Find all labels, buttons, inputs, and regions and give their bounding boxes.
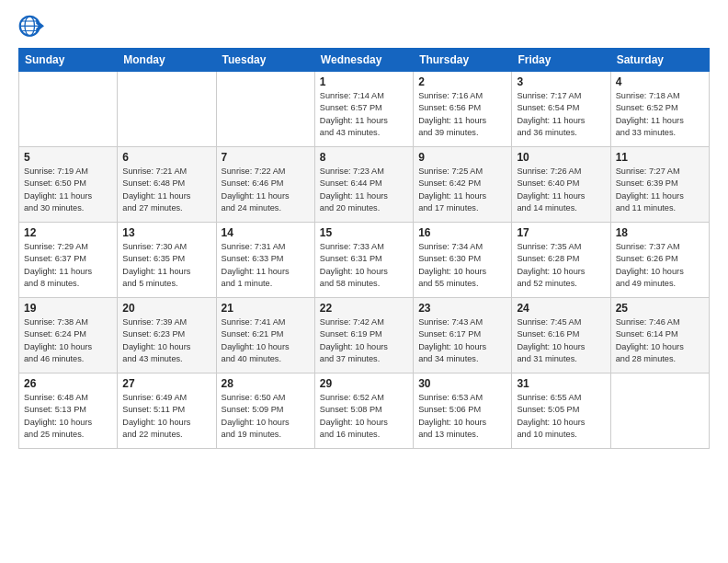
day-number: 23: [418, 302, 506, 315]
day-info: Sunrise: 6:52 AM Sunset: 5:08 PM Dayligh…: [320, 392, 408, 441]
day-number: 27: [122, 377, 210, 390]
header: [18, 15, 710, 40]
calendar-cell: 20Sunrise: 7:39 AM Sunset: 6:23 PM Dayli…: [118, 298, 216, 373]
calendar-table: SundayMondayTuesdayWednesdayThursdayFrid…: [18, 48, 710, 449]
calendar-week-5: 26Sunrise: 6:48 AM Sunset: 5:13 PM Dayli…: [19, 373, 710, 449]
day-number: 21: [222, 302, 310, 315]
day-number: 2: [418, 75, 506, 88]
day-number: 6: [122, 151, 210, 164]
day-number: 26: [24, 377, 112, 390]
calendar-cell: 2Sunrise: 7:16 AM Sunset: 6:56 PM Daylig…: [414, 72, 512, 147]
day-info: Sunrise: 7:27 AM Sunset: 6:39 PM Dayligh…: [616, 166, 704, 214]
day-info: Sunrise: 6:55 AM Sunset: 5:05 PM Dayligh…: [517, 392, 605, 441]
calendar-cell: 21Sunrise: 7:41 AM Sunset: 6:21 PM Dayli…: [216, 298, 314, 373]
page: SundayMondayTuesdayWednesdayThursdayFrid…: [0, 0, 728, 563]
day-info: Sunrise: 7:42 AM Sunset: 6:19 PM Dayligh…: [320, 316, 408, 365]
day-info: Sunrise: 7:35 AM Sunset: 6:28 PM Dayligh…: [517, 241, 605, 290]
day-info: Sunrise: 7:41 AM Sunset: 6:21 PM Dayligh…: [222, 316, 310, 365]
weekday-header-friday: Friday: [512, 49, 610, 72]
day-number: 19: [24, 302, 112, 315]
day-info: Sunrise: 7:17 AM Sunset: 6:54 PM Dayligh…: [517, 90, 605, 139]
day-info: Sunrise: 7:33 AM Sunset: 6:31 PM Dayligh…: [320, 241, 408, 290]
day-info: Sunrise: 7:22 AM Sunset: 6:46 PM Dayligh…: [222, 166, 310, 214]
day-number: 31: [517, 377, 605, 390]
day-info: Sunrise: 6:48 AM Sunset: 5:13 PM Dayligh…: [24, 392, 112, 441]
calendar-cell: [610, 373, 709, 449]
day-info: Sunrise: 7:18 AM Sunset: 6:52 PM Dayligh…: [616, 90, 704, 139]
day-info: Sunrise: 7:37 AM Sunset: 6:26 PM Dayligh…: [616, 241, 704, 290]
calendar-cell: 8Sunrise: 7:23 AM Sunset: 6:44 PM Daylig…: [314, 147, 413, 223]
day-info: Sunrise: 7:16 AM Sunset: 6:56 PM Dayligh…: [418, 90, 506, 139]
calendar-week-1: 1Sunrise: 7:14 AM Sunset: 6:57 PM Daylig…: [19, 72, 710, 147]
calendar-cell: 15Sunrise: 7:33 AM Sunset: 6:31 PM Dayli…: [314, 223, 413, 298]
day-info: Sunrise: 7:14 AM Sunset: 6:57 PM Dayligh…: [320, 90, 408, 139]
calendar-cell: [118, 72, 216, 147]
calendar-week-4: 19Sunrise: 7:38 AM Sunset: 6:24 PM Dayli…: [19, 298, 710, 373]
day-number: 30: [418, 377, 506, 390]
day-number: 12: [24, 226, 112, 239]
calendar-cell: 29Sunrise: 6:52 AM Sunset: 5:08 PM Dayli…: [314, 373, 413, 449]
day-info: Sunrise: 7:46 AM Sunset: 6:14 PM Dayligh…: [616, 316, 704, 365]
weekday-header-sunday: Sunday: [19, 49, 118, 72]
day-number: 7: [222, 151, 310, 164]
calendar-week-2: 5Sunrise: 7:19 AM Sunset: 6:50 PM Daylig…: [19, 147, 710, 223]
day-number: 17: [517, 226, 605, 239]
calendar-cell: 7Sunrise: 7:22 AM Sunset: 6:46 PM Daylig…: [216, 147, 314, 223]
weekday-header-monday: Monday: [118, 49, 216, 72]
day-number: 8: [320, 151, 408, 164]
day-number: 4: [616, 75, 704, 88]
day-number: 16: [418, 226, 506, 239]
day-info: Sunrise: 6:49 AM Sunset: 5:11 PM Dayligh…: [122, 392, 210, 441]
day-info: Sunrise: 7:38 AM Sunset: 6:24 PM Dayligh…: [24, 316, 112, 365]
calendar-cell: 4Sunrise: 7:18 AM Sunset: 6:52 PM Daylig…: [610, 72, 709, 147]
calendar-cell: 31Sunrise: 6:55 AM Sunset: 5:05 PM Dayli…: [512, 373, 610, 449]
calendar-cell: [19, 72, 118, 147]
calendar-cell: 25Sunrise: 7:46 AM Sunset: 6:14 PM Dayli…: [610, 298, 709, 373]
weekday-header-row: SundayMondayTuesdayWednesdayThursdayFrid…: [19, 49, 710, 72]
calendar-cell: 14Sunrise: 7:31 AM Sunset: 6:33 PM Dayli…: [216, 223, 314, 298]
day-number: 9: [418, 151, 506, 164]
calendar-cell: 11Sunrise: 7:27 AM Sunset: 6:39 PM Dayli…: [610, 147, 709, 223]
calendar-cell: 26Sunrise: 6:48 AM Sunset: 5:13 PM Dayli…: [19, 373, 118, 449]
calendar-cell: 28Sunrise: 6:50 AM Sunset: 5:09 PM Dayli…: [216, 373, 314, 449]
day-info: Sunrise: 7:21 AM Sunset: 6:48 PM Dayligh…: [122, 166, 210, 214]
day-number: 18: [616, 226, 704, 239]
day-info: Sunrise: 7:30 AM Sunset: 6:35 PM Dayligh…: [122, 241, 210, 290]
logo: [18, 15, 48, 40]
day-number: 28: [222, 377, 310, 390]
day-number: 5: [24, 151, 112, 164]
calendar-cell: 23Sunrise: 7:43 AM Sunset: 6:17 PM Dayli…: [414, 298, 512, 373]
logo-icon: [18, 15, 44, 40]
calendar-cell: 17Sunrise: 7:35 AM Sunset: 6:28 PM Dayli…: [512, 223, 610, 298]
day-info: Sunrise: 6:50 AM Sunset: 5:09 PM Dayligh…: [222, 392, 310, 441]
calendar-cell: 10Sunrise: 7:26 AM Sunset: 6:40 PM Dayli…: [512, 147, 610, 223]
calendar-cell: 6Sunrise: 7:21 AM Sunset: 6:48 PM Daylig…: [118, 147, 216, 223]
calendar-cell: 9Sunrise: 7:25 AM Sunset: 6:42 PM Daylig…: [414, 147, 512, 223]
calendar-cell: 1Sunrise: 7:14 AM Sunset: 6:57 PM Daylig…: [314, 72, 413, 147]
day-number: 29: [320, 377, 408, 390]
day-info: Sunrise: 6:53 AM Sunset: 5:06 PM Dayligh…: [418, 392, 506, 441]
day-number: 15: [320, 226, 408, 239]
calendar-cell: 18Sunrise: 7:37 AM Sunset: 6:26 PM Dayli…: [610, 223, 709, 298]
day-number: 1: [320, 75, 408, 88]
day-number: 20: [122, 302, 210, 315]
day-info: Sunrise: 7:43 AM Sunset: 6:17 PM Dayligh…: [418, 316, 506, 365]
day-number: 14: [222, 226, 310, 239]
day-info: Sunrise: 7:34 AM Sunset: 6:30 PM Dayligh…: [418, 241, 506, 290]
day-number: 25: [616, 302, 704, 315]
day-info: Sunrise: 7:26 AM Sunset: 6:40 PM Dayligh…: [517, 166, 605, 214]
day-info: Sunrise: 7:23 AM Sunset: 6:44 PM Dayligh…: [320, 166, 408, 214]
day-number: 10: [517, 151, 605, 164]
calendar-cell: 3Sunrise: 7:17 AM Sunset: 6:54 PM Daylig…: [512, 72, 610, 147]
day-number: 13: [122, 226, 210, 239]
calendar-cell: 13Sunrise: 7:30 AM Sunset: 6:35 PM Dayli…: [118, 223, 216, 298]
calendar-week-3: 12Sunrise: 7:29 AM Sunset: 6:37 PM Dayli…: [19, 223, 710, 298]
day-number: 22: [320, 302, 408, 315]
day-info: Sunrise: 7:29 AM Sunset: 6:37 PM Dayligh…: [24, 241, 112, 290]
day-info: Sunrise: 7:31 AM Sunset: 6:33 PM Dayligh…: [222, 241, 310, 290]
weekday-header-tuesday: Tuesday: [216, 49, 314, 72]
day-info: Sunrise: 7:19 AM Sunset: 6:50 PM Dayligh…: [24, 166, 112, 214]
calendar-cell: 19Sunrise: 7:38 AM Sunset: 6:24 PM Dayli…: [19, 298, 118, 373]
weekday-header-saturday: Saturday: [610, 49, 709, 72]
weekday-header-thursday: Thursday: [414, 49, 512, 72]
